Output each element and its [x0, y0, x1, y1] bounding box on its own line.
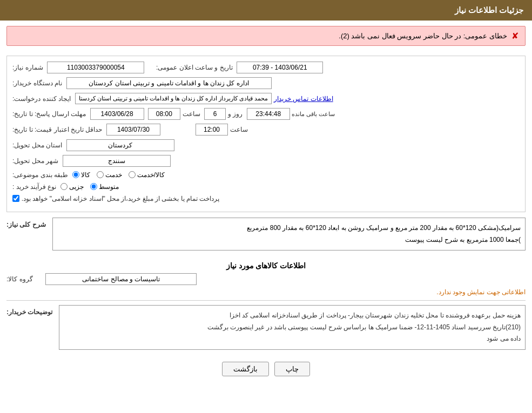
- row-namDastgah: اداره کل زندان ها و اقدامات تامینی و ترب…: [12, 77, 520, 89]
- buyer-notes-text2: (210)تاریخ سررسید اسناد 1405-11-12- ضمنا…: [207, 323, 521, 331]
- print-button[interactable]: چاپ: [274, 362, 310, 376]
- row-shahr: سنندج شهر محل تحویل:: [12, 155, 520, 167]
- page-title: جزئیات اطلاعات نیاز: [455, 5, 523, 15]
- roz-value: 6: [204, 108, 226, 120]
- tabaqe-kala: کالا: [72, 171, 90, 179]
- error-bar: ✘ خطای عمومی: در حال حاضر سرویس فعال نمی…: [6, 26, 526, 46]
- tarikhSaat-label: تاریخ و ساعت اعلان عمومی:: [156, 64, 233, 71]
- noeFarayand-motavaset: متوسط: [90, 183, 119, 191]
- pardakht-checkbox[interactable]: [12, 195, 19, 202]
- goroheKala-label: گروه کالا:: [6, 275, 33, 283]
- remaining-label: ساعت باقی مانده: [292, 111, 335, 118]
- error-icon: ✘: [511, 31, 518, 41]
- shomareNiaz-label: شماره نیاز:: [12, 64, 43, 71]
- buttons-row: چاپ بازگشت: [6, 362, 526, 376]
- khadamat-label: خدمت: [105, 171, 122, 179]
- kalaha-section-title: اطلاعات کالاهای مورد نیاز: [6, 261, 526, 270]
- sharh-label: شرح کلی نیاز:: [6, 221, 46, 228]
- jozi-label: جزیی: [69, 183, 84, 191]
- noeFarayand-radio-group: متوسط جزیی: [60, 183, 119, 191]
- kala-khadamat-label: کالا/خدمت: [137, 171, 165, 179]
- saat-label2: ساعت: [230, 126, 248, 133]
- hadaqalTarikh-label: حداقل تاریخ اعتبار قیمت: تا تاریخ:: [12, 126, 102, 133]
- main-form-section: 1403/06/21 - 07:39 تاریخ و ساعت اعلان عم…: [6, 56, 526, 212]
- tabaqe-khadamat-radio[interactable]: [97, 171, 104, 178]
- tabaqe-label: طبقه بندی موضوعی:: [12, 171, 68, 179]
- tabaqe-khadamat: خدمت: [97, 171, 122, 179]
- roz-label: روز و: [228, 110, 243, 118]
- noeFarayand-jozi: جزیی: [60, 183, 84, 191]
- tabaqe-radio-group: کالا/خدمت خدمت کالا: [72, 171, 165, 179]
- row-shomareNiaz: 1403/06/21 - 07:39 تاریخ و ساعت اعلان عم…: [12, 62, 520, 73]
- shomareNiaz-value: 1103003379000054: [47, 62, 144, 73]
- sharh-text-box: سرامیک(مشکی 120*60 به مقدار 200 متر مربع…: [52, 218, 526, 250]
- buyer-notes-text1: هزینه حمل برعهده فروشنده تا محل تخلیه زن…: [230, 312, 521, 319]
- sharh-text1: سرامیک(مشکی 120*60 به مقدار 200 متر مربع…: [247, 224, 521, 232]
- row-pardakht: پرداخت تمام یا بخشی از مبلغ خرید،از محل …: [12, 194, 520, 202]
- motavaset-radio[interactable]: [90, 183, 97, 190]
- buyer-notes-box: هزینه حمل برعهده فروشنده تا محل تخلیه زن…: [59, 305, 526, 350]
- row-ostan: کردستان استان محل تحویل:: [12, 139, 520, 151]
- shahr-value: سنندج: [63, 155, 171, 167]
- pardakht-label: پرداخت تمام یا بخشی از مبلغ خرید،از محل …: [22, 195, 220, 202]
- noeFarayand-label: نوع فرآیند خرید :: [12, 183, 56, 191]
- row-ijadKonande: اطلاعات تماس خریدار محمد قیادی کاربرداز …: [12, 93, 520, 104]
- motavaset-label: متوسط: [99, 183, 119, 191]
- tarikhSaat-value: 1403/06/21 - 07:39: [237, 62, 323, 73]
- separator: [6, 300, 526, 301]
- page-header: جزئیات اطلاعات نیاز: [0, 0, 532, 21]
- buyer-notes-label: توضیحات خریدار:: [6, 308, 52, 316]
- shahr-label: شهر محل تحویل:: [12, 157, 58, 165]
- namDastgah-value: اداره کل زندان ها و اقدامات تامینی و ترب…: [66, 77, 272, 89]
- row-goroheKala: تاسیسات و مصالح ساختمانی گروه کالا:: [6, 273, 526, 285]
- sharh-text2: )جمعا 1000 مترمربع به شرح لیست پیوست: [405, 236, 521, 243]
- info-note: اطلاعاتی جهت نمایش وجود ندارد.: [6, 288, 526, 296]
- ostan-label: استان محل تحویل:: [12, 141, 62, 149]
- jozi-radio[interactable]: [60, 183, 68, 190]
- mohlatDate-value: 1403/06/28: [90, 108, 144, 120]
- tabaqe-kala-khadamat: کالا/خدمت: [129, 171, 165, 179]
- buyer-notes-text3: داده می شود: [487, 335, 521, 342]
- row-hadaqalTarikh: ساعت 12:00 1403/07/30 حداقل تاریخ اعتبار…: [12, 124, 520, 136]
- hadaqalDate-value: 1403/07/30: [106, 124, 160, 136]
- buyer-notes-section: هزینه حمل برعهده فروشنده تا محل تخلیه زن…: [6, 305, 526, 355]
- hadaqalTime-value: 12:00: [196, 124, 228, 136]
- goroheKala-value: تاسیسات و مصالح ساختمانی: [45, 273, 197, 285]
- tabaqe-kala-radio[interactable]: [72, 171, 79, 178]
- row-noeFarayand: متوسط جزیی نوع فرآیند خرید :: [12, 182, 520, 191]
- row-tabaqe: کالا/خدمت خدمت کالا طبقه بندی موضوعی:: [12, 171, 520, 179]
- error-message: خطای عمومی: در حال حاضر سرویس فعال نمی ب…: [339, 32, 507, 40]
- back-button[interactable]: بازگشت: [222, 362, 269, 376]
- ijadKonande-link[interactable]: اطلاعات تماس خریدار: [274, 95, 333, 103]
- mohlatErsalPasokh-label: مهلت ارسال پاسخ: تا تاریخ:: [12, 110, 86, 118]
- ijadKonande-value: محمد قیادی کاربرداز اداره کل زندان ها و …: [75, 93, 272, 104]
- sharh-section: سرامیک(مشکی 120*60 به مقدار 200 متر مربع…: [6, 218, 526, 256]
- mohlatTime-value: 08:00: [148, 108, 180, 120]
- row-mohlatErsalPasokh: ساعت باقی مانده 23:44:48 روز و 6 ساعت 08…: [12, 108, 520, 120]
- tabaqe-kala-khadamat-radio[interactable]: [129, 171, 136, 178]
- remaining-time: 23:44:48: [247, 108, 290, 120]
- namDastgah-label: نام دستگاه خریدار:: [12, 79, 62, 87]
- ostan-value: کردستان: [66, 139, 174, 151]
- ijadKonande-label: ایجاد کننده درخواست:: [12, 95, 71, 103]
- kala-label: کالا: [81, 171, 90, 179]
- saat-label: ساعت: [183, 110, 200, 118]
